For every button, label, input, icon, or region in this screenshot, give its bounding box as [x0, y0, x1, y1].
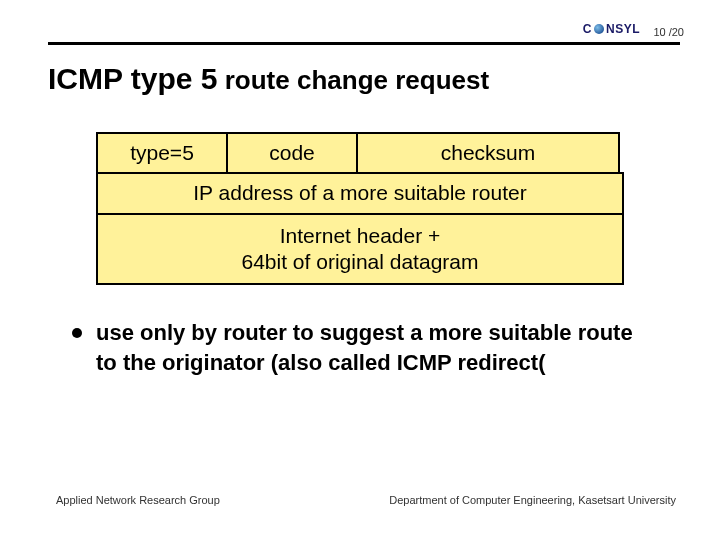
packet-row-3: Internet header + 64bit of original data…	[96, 215, 624, 286]
bullet-text: use only by router to suggest a more sui…	[96, 318, 656, 377]
footer-right: Department of Computer Engineering, Kase…	[389, 494, 676, 506]
packet-field-checksum: checksum	[356, 132, 620, 174]
logo-text-pre: C	[583, 22, 592, 36]
packet-field-payload: Internet header + 64bit of original data…	[96, 213, 624, 286]
packet-field-type: type=5	[96, 132, 228, 174]
page-number: 10 /20	[653, 26, 684, 38]
bullet-icon	[72, 328, 82, 338]
slide-title: ICMP type 5 route change request	[48, 62, 489, 96]
title-sub: route change request	[218, 65, 490, 95]
globe-icon	[594, 24, 604, 34]
page-current: 10	[653, 26, 665, 38]
packet-row-2: IP address of a more suitable router	[96, 174, 624, 214]
footer-left: Applied Network Research Group	[56, 494, 220, 506]
list-item: use only by router to suggest a more sui…	[72, 318, 656, 377]
packet-diagram: type=5 code checksum IP address of a mor…	[96, 132, 624, 285]
packet-row-1: type=5 code checksum	[96, 132, 624, 174]
header-divider	[48, 42, 680, 45]
slide: C NSYL 10 /20 ICMP type 5 route change r…	[0, 0, 720, 540]
title-main: ICMP type 5	[48, 62, 218, 95]
brand-logo: C NSYL	[583, 22, 640, 36]
packet-field-code: code	[226, 132, 358, 174]
page-total: 20	[672, 26, 684, 38]
packet-field-router-ip: IP address of a more suitable router	[96, 172, 624, 214]
logo-text-post: NSYL	[606, 22, 640, 36]
bullet-list: use only by router to suggest a more sui…	[72, 318, 656, 377]
